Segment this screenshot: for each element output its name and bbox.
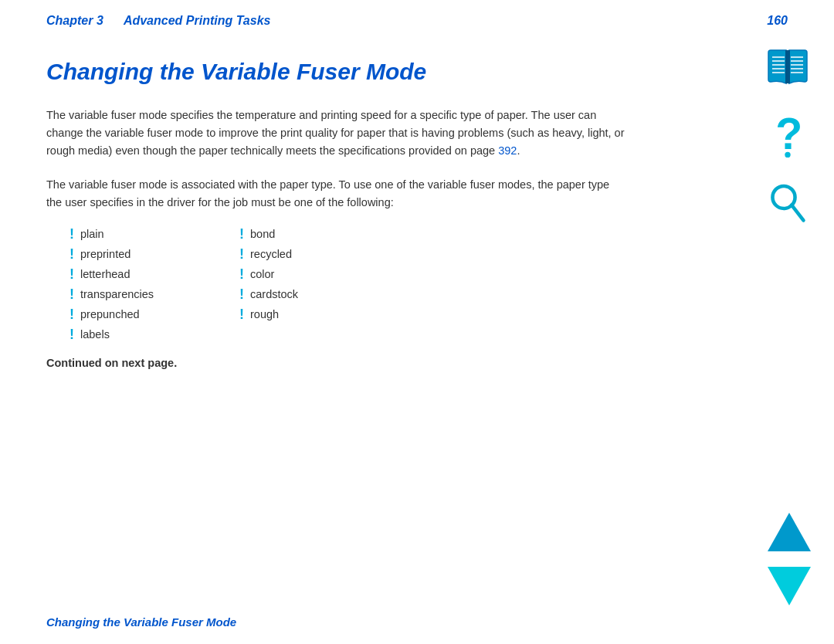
svg-line-14 [792, 205, 803, 220]
chapter-info: Chapter 3 Advanced Printing Tasks [46, 14, 270, 28]
next-page-button[interactable] [768, 567, 811, 605]
chapter-label: Chapter 3 [46, 14, 103, 27]
navigation-arrows [768, 513, 811, 605]
book-icon[interactable] [764, 46, 811, 89]
list-item: ! bond [239, 227, 409, 241]
bullet-icon: ! [70, 247, 74, 261]
previous-page-button[interactable] [768, 513, 811, 551]
bullet-icon: ! [70, 287, 74, 301]
list-item: ! preprinted [70, 247, 239, 261]
continued-text: Continued on next page. [46, 357, 626, 369]
list-item: ! prepunched [70, 307, 239, 321]
page-title: Changing the Variable Fuser Mode [46, 59, 626, 85]
bullet-icon: ! [239, 307, 244, 321]
bullet-icon: ! [70, 307, 74, 321]
svg-text:?: ? [775, 112, 802, 158]
list-item: ! color [239, 267, 409, 281]
search-icon[interactable] [768, 181, 807, 228]
bullet-icon: ! [70, 267, 74, 281]
svg-rect-0 [785, 50, 790, 83]
bullet-icon: ! [239, 247, 244, 261]
bullet-icon: ! [239, 267, 244, 281]
bullet-icon: ! [239, 287, 244, 301]
page-container: Chapter 3 Advanced Printing Tasks 160 Ch… [0, 0, 834, 644]
list-item: ! cardstock [239, 287, 409, 301]
bullet-icon: ! [239, 227, 244, 241]
list-item: ! letterhead [70, 267, 239, 281]
list-item: ! rough [239, 307, 409, 321]
sidebar-icons: ? [764, 46, 811, 228]
page-number: 160 [767, 14, 788, 28]
page-link[interactable]: 392 [498, 144, 517, 157]
paragraph-1: The variable fuser mode specifies the te… [46, 107, 626, 161]
main-content: Changing the Variable Fuser Mode The var… [0, 36, 672, 385]
chapter-title: Advanced Printing Tasks [124, 14, 271, 27]
list-item: ! recycled [239, 247, 409, 261]
paper-types-list: ! plain ! bond ! preprinted ! recycled !… [70, 227, 626, 341]
list-item: ! labels [70, 327, 239, 341]
paragraph-2: The variable fuser mode is associated wi… [46, 176, 626, 212]
list-item: ! plain [70, 227, 239, 241]
bullet-icon: ! [70, 227, 74, 241]
page-header: Chapter 3 Advanced Printing Tasks 160 [0, 0, 834, 36]
footer-text: Changing the Variable Fuser Mode [46, 615, 236, 629]
svg-point-12 [785, 152, 790, 158]
list-item: ! transparencies [70, 287, 239, 301]
question-mark-icon[interactable]: ? [768, 112, 807, 158]
bullet-icon: ! [70, 327, 74, 341]
